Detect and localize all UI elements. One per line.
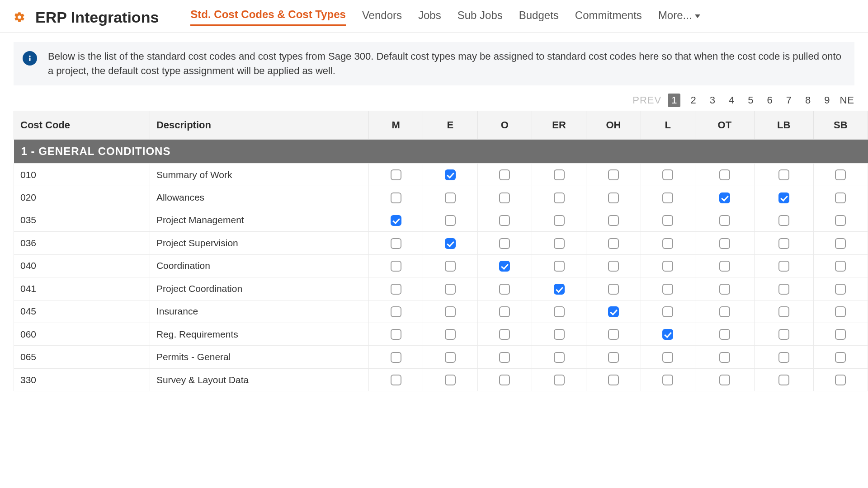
pager-page-2[interactable]: 2 bbox=[687, 94, 699, 107]
pager-page-5[interactable]: 5 bbox=[744, 94, 757, 107]
checkbox-m[interactable] bbox=[391, 192, 401, 203]
checkbox-er[interactable] bbox=[554, 329, 565, 340]
checkbox-l[interactable] bbox=[662, 215, 673, 226]
checkbox-oh[interactable] bbox=[608, 329, 619, 340]
checkbox-er[interactable] bbox=[554, 192, 565, 203]
checkbox-e[interactable] bbox=[445, 284, 456, 295]
pager-page-9[interactable]: 9 bbox=[821, 94, 833, 107]
checkbox-lb[interactable] bbox=[778, 284, 789, 295]
checkbox-sb[interactable] bbox=[835, 238, 846, 249]
checkbox-ot[interactable] bbox=[719, 192, 730, 203]
checkbox-er[interactable] bbox=[554, 215, 565, 226]
checkbox-oh[interactable] bbox=[608, 192, 619, 203]
checkbox-e[interactable] bbox=[445, 375, 456, 385]
checkbox-sb[interactable] bbox=[835, 192, 846, 203]
checkbox-er[interactable] bbox=[554, 352, 565, 363]
checkbox-m[interactable] bbox=[391, 261, 401, 272]
checkbox-lb[interactable] bbox=[778, 306, 789, 317]
checkbox-ot[interactable] bbox=[719, 306, 730, 317]
pager-page-1[interactable]: 1 bbox=[668, 94, 680, 107]
checkbox-sb[interactable] bbox=[835, 284, 846, 295]
checkbox-ot[interactable] bbox=[719, 329, 730, 340]
checkbox-lb[interactable] bbox=[778, 215, 789, 226]
checkbox-l[interactable] bbox=[662, 192, 673, 203]
gear-icon[interactable] bbox=[14, 11, 25, 23]
checkbox-l[interactable] bbox=[662, 169, 673, 180]
checkbox-oh[interactable] bbox=[608, 352, 619, 363]
checkbox-m[interactable] bbox=[391, 306, 401, 317]
checkbox-l[interactable] bbox=[662, 238, 673, 249]
checkbox-oh[interactable] bbox=[608, 284, 619, 295]
checkbox-oh[interactable] bbox=[608, 215, 619, 226]
checkbox-ot[interactable] bbox=[719, 284, 730, 295]
checkbox-lb[interactable] bbox=[778, 192, 789, 203]
checkbox-o[interactable] bbox=[499, 284, 510, 295]
checkbox-e[interactable] bbox=[445, 192, 456, 203]
checkbox-ot[interactable] bbox=[719, 238, 730, 249]
checkbox-o[interactable] bbox=[499, 306, 510, 317]
pager-next[interactable]: NE bbox=[840, 94, 854, 106]
checkbox-l[interactable] bbox=[662, 306, 673, 317]
checkbox-sb[interactable] bbox=[835, 352, 846, 363]
checkbox-e[interactable] bbox=[445, 352, 456, 363]
checkbox-l[interactable] bbox=[662, 284, 673, 295]
checkbox-oh[interactable] bbox=[608, 169, 619, 180]
tab-vendors[interactable]: Vendors bbox=[362, 9, 402, 25]
checkbox-m[interactable] bbox=[391, 329, 401, 340]
checkbox-er[interactable] bbox=[554, 261, 565, 272]
checkbox-o[interactable] bbox=[499, 215, 510, 226]
tab-sub-jobs[interactable]: Sub Jobs bbox=[458, 9, 503, 25]
checkbox-m[interactable] bbox=[391, 352, 401, 363]
checkbox-m[interactable] bbox=[391, 215, 401, 226]
pager-page-4[interactable]: 4 bbox=[725, 94, 738, 107]
checkbox-e[interactable] bbox=[445, 329, 456, 340]
checkbox-sb[interactable] bbox=[835, 329, 846, 340]
checkbox-ot[interactable] bbox=[719, 169, 730, 180]
checkbox-er[interactable] bbox=[554, 238, 565, 249]
pager-page-7[interactable]: 7 bbox=[783, 94, 795, 107]
tab-jobs[interactable]: Jobs bbox=[418, 9, 441, 25]
pager-prev[interactable]: PREV bbox=[632, 94, 661, 106]
checkbox-ot[interactable] bbox=[719, 261, 730, 272]
checkbox-l[interactable] bbox=[662, 375, 673, 385]
checkbox-o[interactable] bbox=[499, 192, 510, 203]
checkbox-o[interactable] bbox=[499, 169, 510, 180]
checkbox-ot[interactable] bbox=[719, 375, 730, 385]
checkbox-lb[interactable] bbox=[778, 352, 789, 363]
checkbox-sb[interactable] bbox=[835, 215, 846, 226]
checkbox-er[interactable] bbox=[554, 169, 565, 180]
checkbox-o[interactable] bbox=[499, 375, 510, 385]
pager-page-3[interactable]: 3 bbox=[706, 94, 719, 107]
checkbox-oh[interactable] bbox=[608, 306, 619, 317]
pager-page-8[interactable]: 8 bbox=[802, 94, 814, 107]
checkbox-e[interactable] bbox=[445, 306, 456, 317]
tab-budgets[interactable]: Budgets bbox=[519, 9, 559, 25]
checkbox-o[interactable] bbox=[499, 352, 510, 363]
checkbox-m[interactable] bbox=[391, 284, 401, 295]
checkbox-m[interactable] bbox=[391, 375, 401, 385]
checkbox-lb[interactable] bbox=[778, 375, 789, 385]
checkbox-o[interactable] bbox=[499, 329, 510, 340]
checkbox-l[interactable] bbox=[662, 352, 673, 363]
checkbox-e[interactable] bbox=[445, 215, 456, 226]
tab-commitments[interactable]: Commitments bbox=[575, 9, 642, 25]
checkbox-er[interactable] bbox=[554, 284, 565, 295]
pager-page-6[interactable]: 6 bbox=[763, 94, 776, 107]
checkbox-er[interactable] bbox=[554, 306, 565, 317]
checkbox-er[interactable] bbox=[554, 375, 565, 385]
checkbox-e[interactable] bbox=[445, 169, 456, 180]
tab-more[interactable]: More... bbox=[658, 9, 700, 25]
tab-std-cost-codes-cost-types[interactable]: Std. Cost Codes & Cost Types bbox=[190, 8, 346, 26]
checkbox-l[interactable] bbox=[662, 261, 673, 272]
checkbox-oh[interactable] bbox=[608, 261, 619, 272]
checkbox-e[interactable] bbox=[445, 261, 456, 272]
checkbox-oh[interactable] bbox=[608, 238, 619, 249]
checkbox-o[interactable] bbox=[499, 238, 510, 249]
checkbox-m[interactable] bbox=[391, 169, 401, 180]
checkbox-e[interactable] bbox=[445, 238, 456, 249]
checkbox-o[interactable] bbox=[499, 261, 510, 272]
checkbox-sb[interactable] bbox=[835, 261, 846, 272]
checkbox-sb[interactable] bbox=[835, 169, 846, 180]
checkbox-sb[interactable] bbox=[835, 306, 846, 317]
checkbox-ot[interactable] bbox=[719, 352, 730, 363]
